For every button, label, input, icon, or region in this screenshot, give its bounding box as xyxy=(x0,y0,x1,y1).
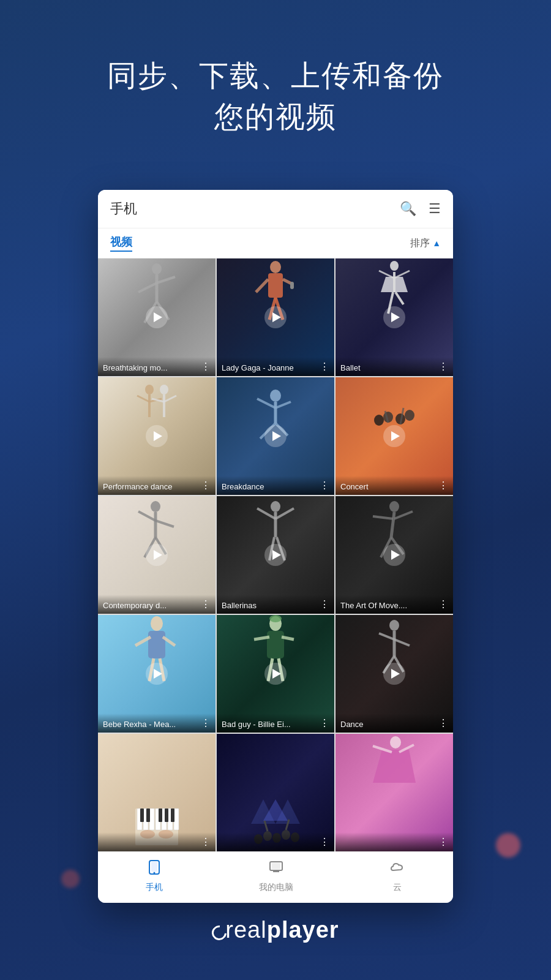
svg-point-28 xyxy=(270,390,281,402)
video-title-12: Dance xyxy=(340,720,438,729)
video-item-7[interactable]: Contemporary d... ⋮ xyxy=(98,496,216,614)
search-icon[interactable]: 🔍 xyxy=(400,201,416,217)
svg-point-20 xyxy=(145,385,154,394)
video-more-8[interactable]: ⋮ xyxy=(320,598,329,610)
video-more-6[interactable]: ⋮ xyxy=(438,480,448,491)
headline-area: 同步、下载、上传和备份 您的视频 xyxy=(0,0,551,137)
video-label-12: Dance ⋮ xyxy=(335,714,453,733)
play-button-8[interactable] xyxy=(264,544,287,566)
video-item-12[interactable]: Dance ⋮ xyxy=(335,615,453,733)
computer-icon xyxy=(268,859,284,880)
video-more-10[interactable]: ⋮ xyxy=(201,717,211,729)
svg-point-37 xyxy=(405,410,414,421)
video-item-3[interactable]: Ballet ⋮ xyxy=(335,258,453,376)
play-button-11[interactable] xyxy=(264,663,287,685)
svg-rect-66 xyxy=(267,631,284,658)
header-icons: 🔍 ☰ xyxy=(400,201,441,217)
video-more-15[interactable]: ⋮ xyxy=(438,836,448,848)
svg-rect-86 xyxy=(146,809,150,822)
video-label-1: Breathtaking mo... ⋮ xyxy=(98,357,216,376)
svg-line-31 xyxy=(276,402,291,408)
svg-line-42 xyxy=(138,511,156,521)
video-item-14[interactable]: ⋮ xyxy=(217,734,334,851)
video-more-13[interactable]: ⋮ xyxy=(201,836,211,848)
svg-line-53 xyxy=(391,512,394,537)
play-button-9[interactable] xyxy=(383,544,405,566)
nav-cloud-label: 云 xyxy=(393,882,402,893)
svg-point-52 xyxy=(389,501,399,512)
svg-rect-107 xyxy=(151,862,157,872)
play-button-5[interactable] xyxy=(264,425,287,447)
svg-point-65 xyxy=(269,615,282,622)
video-label-5: Breakdance ⋮ xyxy=(217,476,334,495)
video-item-1[interactable]: Breathtaking mo... ⋮ xyxy=(98,258,216,376)
sort-label: 排序 xyxy=(410,237,430,250)
svg-line-74 xyxy=(394,639,410,646)
bottom-navigation: 手机 我的电脑 云 xyxy=(98,851,453,903)
svg-line-43 xyxy=(156,521,174,527)
video-item-10[interactable]: Bebe Rexha - Mea... ⋮ xyxy=(98,615,216,733)
video-more-14[interactable]: ⋮ xyxy=(320,836,329,848)
video-title-2: Lady Gaga - Joanne xyxy=(222,363,320,372)
video-title-7: Contemporary d... xyxy=(103,601,201,610)
headline-line1: 同步、下载、上传和备份 xyxy=(0,55,551,96)
svg-rect-10 xyxy=(290,282,294,289)
nav-phone[interactable]: 手机 xyxy=(146,859,163,893)
svg-point-34 xyxy=(374,415,384,426)
play-button-2[interactable] xyxy=(264,306,287,328)
svg-rect-84 xyxy=(174,809,179,830)
video-label-2: Lady Gaga - Joanne ⋮ xyxy=(217,357,334,376)
nav-computer[interactable]: 我的电脑 xyxy=(259,859,293,893)
sort-button[interactable]: 排序 ▲ xyxy=(410,237,441,250)
video-item-5[interactable]: Breakdance ⋮ xyxy=(217,377,334,495)
play-button-1[interactable] xyxy=(146,306,168,328)
menu-icon[interactable]: ☰ xyxy=(429,201,441,217)
video-item-4[interactable]: Performance dance ⋮ xyxy=(98,377,216,495)
play-button-10[interactable] xyxy=(146,663,168,685)
video-item-13[interactable]: ⋮ xyxy=(98,734,216,851)
video-item-9[interactable]: The Art Of Move.... ⋮ xyxy=(335,496,453,614)
video-item-8[interactable]: Ballerinas ⋮ xyxy=(217,496,334,614)
video-more-1[interactable]: ⋮ xyxy=(201,361,211,372)
svg-rect-80 xyxy=(149,809,154,830)
play-button-4[interactable] xyxy=(146,425,168,447)
video-more-9[interactable]: ⋮ xyxy=(438,598,448,610)
video-label-8: Ballerinas ⋮ xyxy=(217,595,334,614)
svg-rect-88 xyxy=(165,809,168,822)
nav-computer-label: 我的电脑 xyxy=(259,882,293,893)
video-label-6: Concert ⋮ xyxy=(335,476,453,495)
svg-rect-89 xyxy=(171,809,174,822)
video-more-3[interactable]: ⋮ xyxy=(438,361,448,372)
video-item-11[interactable]: Bad guy - Billie Ei... ⋮ xyxy=(217,615,334,733)
video-label-7: Contemporary d... ⋮ xyxy=(98,595,216,614)
video-more-2[interactable]: ⋮ xyxy=(320,361,329,372)
video-label-13: ⋮ xyxy=(98,832,216,851)
video-more-7[interactable]: ⋮ xyxy=(201,598,211,610)
play-button-12[interactable] xyxy=(383,663,405,685)
logo-area: realplayer xyxy=(0,917,551,943)
svg-line-19 xyxy=(395,292,403,304)
video-item-2[interactable]: Lady Gaga - Joanne ⋮ xyxy=(217,258,334,376)
videos-tab[interactable]: 视频 xyxy=(110,235,132,252)
logo-real: real xyxy=(225,917,266,943)
play-button-3[interactable] xyxy=(383,306,405,328)
decorative-dot-2 xyxy=(61,870,80,888)
nav-cloud[interactable]: 云 xyxy=(389,859,405,893)
video-more-5[interactable]: ⋮ xyxy=(320,480,329,491)
svg-point-102 xyxy=(390,736,401,748)
video-item-15[interactable]: ⋮ xyxy=(335,734,453,851)
phone-icon xyxy=(146,859,162,880)
video-label-3: Ballet ⋮ xyxy=(335,357,453,376)
video-item-6[interactable]: Concert ⋮ xyxy=(335,377,453,495)
video-title-9: The Art Of Move.... xyxy=(340,601,438,610)
video-more-11[interactable]: ⋮ xyxy=(320,717,329,729)
video-title-8: Ballerinas xyxy=(222,601,320,610)
video-more-12[interactable]: ⋮ xyxy=(438,717,448,729)
phone-ui-card: 手机 🔍 ☰ 视频 排序 ▲ xyxy=(98,190,453,903)
video-title-10: Bebe Rexha - Mea... xyxy=(103,720,201,729)
play-button-6[interactable] xyxy=(383,425,405,447)
video-label-15: ⋮ xyxy=(335,832,453,851)
video-more-4[interactable]: ⋮ xyxy=(201,480,211,491)
decorative-dot-1 xyxy=(496,833,520,858)
play-button-7[interactable] xyxy=(146,544,168,566)
